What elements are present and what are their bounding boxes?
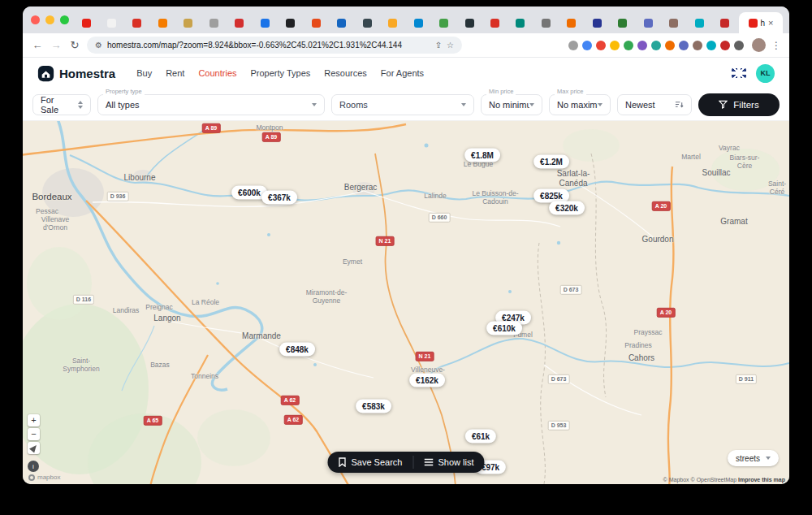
browser-tab[interactable] [665, 12, 683, 33]
minimize-window-button[interactable] [45, 15, 54, 24]
nav-item-for-agents[interactable]: For Agents [381, 68, 424, 78]
browser-tab[interactable] [153, 12, 171, 33]
browser-tab[interactable] [588, 12, 606, 33]
property-type-dropdown[interactable]: Property type All types [97, 94, 325, 115]
browser-tab[interactable] [77, 12, 95, 33]
place-label: Martel [681, 154, 701, 162]
browser-tab[interactable] [716, 12, 734, 33]
browser-tab[interactable] [563, 12, 581, 33]
nav-item-resources[interactable]: Resources [324, 68, 367, 78]
map-canvas[interactable]: BordeauxPessacVillenave d'OrnonLibourneM… [23, 121, 789, 484]
language-flag-icon[interactable] [732, 68, 746, 78]
tab-favicon [235, 19, 244, 28]
extension-icon[interactable] [693, 41, 702, 50]
compass-button[interactable] [28, 442, 40, 454]
rooms-value: Rooms [339, 100, 368, 110]
price-marker[interactable]: €1.8M [464, 149, 500, 162]
price-marker[interactable]: €61k [465, 430, 496, 444]
browser-tab[interactable] [256, 12, 274, 33]
browser-tab[interactable] [231, 12, 248, 33]
browser-tab[interactable] [179, 12, 197, 33]
extension-icon[interactable] [582, 41, 592, 50]
browser-tab[interactable] [512, 12, 529, 33]
share-icon[interactable]: ⇪ [435, 41, 442, 50]
mapbox-logo: mapbox [28, 474, 60, 481]
price-marker[interactable]: €848k [279, 343, 315, 357]
nav-item-buy[interactable]: Buy [136, 68, 152, 78]
show-list-button[interactable]: Show list [413, 452, 484, 473]
min-price-value: No minimum [489, 100, 529, 110]
forward-button[interactable]: → [50, 39, 63, 51]
zoom-window-button[interactable] [60, 15, 69, 24]
min-price-dropdown[interactable]: Min price No minimum [481, 94, 542, 115]
save-search-button[interactable]: Save Search [327, 452, 412, 473]
extension-icon[interactable] [651, 41, 661, 50]
back-button[interactable]: ← [31, 39, 44, 51]
tab-close-icon[interactable]: × [768, 19, 773, 28]
extension-icon[interactable] [610, 41, 620, 50]
extension-icon[interactable] [624, 41, 633, 50]
zoom-in-button[interactable]: + [28, 414, 40, 426]
site-controls-icon[interactable]: ⚙ [95, 41, 102, 50]
browser-tab[interactable] [307, 12, 325, 33]
user-avatar[interactable]: KL [756, 64, 775, 83]
rooms-dropdown[interactable]: Rooms [331, 94, 474, 115]
browser-tab[interactable] [614, 12, 632, 33]
browser-menu-icon[interactable]: ⋮ [771, 40, 781, 51]
map-style-selector[interactable]: streets [728, 450, 779, 466]
nav-item-rent[interactable]: Rent [166, 68, 184, 78]
extension-icon[interactable] [706, 41, 716, 50]
browser-tab[interactable] [282, 12, 300, 33]
price-marker[interactable]: €320k [549, 201, 585, 215]
browser-tab[interactable] [205, 12, 222, 33]
price-marker[interactable]: €162k [409, 374, 445, 387]
attribution-info-icon[interactable]: i [28, 461, 39, 472]
nav-item-property-types[interactable]: Property Types [251, 68, 311, 78]
updown-chevron-icon [78, 101, 83, 109]
browser-tab[interactable] [409, 12, 427, 33]
map-action-bar: Save Search Show list [327, 452, 484, 473]
bookmark-star-icon[interactable]: ☆ [447, 41, 454, 50]
extension-icon[interactable] [596, 41, 606, 50]
extension-icon[interactable] [568, 41, 578, 50]
price-marker[interactable]: €367k [261, 191, 297, 205]
zoom-out-button[interactable]: − [28, 428, 40, 440]
extension-icon[interactable] [665, 41, 675, 50]
browser-tab[interactable] [128, 12, 146, 33]
price-marker[interactable]: €583k [356, 400, 391, 413]
address-bar[interactable]: ⚙ homestra.com/map/?zoom=8.924&bbox=-0.6… [87, 37, 462, 54]
browser-tab[interactable] [460, 12, 478, 33]
place-label: Miramont-de-Guyenne [301, 289, 352, 305]
browser-tab[interactable] [358, 12, 376, 33]
browser-tab[interactable] [690, 12, 708, 33]
browser-tab[interactable] [435, 12, 453, 33]
max-price-dropdown[interactable]: Max price No maximum [549, 94, 611, 115]
sort-dropdown[interactable]: Newest [617, 94, 692, 115]
browser-tab[interactable] [102, 12, 120, 33]
place-label: Gourdon [642, 235, 674, 245]
reload-button[interactable]: ↻ [68, 39, 81, 51]
browser-tab[interactable] [486, 12, 504, 33]
road-shield: N 21 [416, 352, 434, 361]
nav-item-countries[interactable]: Countries [198, 68, 236, 78]
active-tab-title: h [761, 19, 766, 28]
browser-tab[interactable] [537, 12, 555, 33]
extension-icon[interactable] [720, 41, 730, 50]
browser-tab[interactable] [333, 12, 351, 33]
filters-button[interactable]: Filters [698, 93, 780, 116]
browser-tab[interactable] [384, 12, 402, 33]
extension-icon[interactable] [679, 41, 689, 50]
improve-map-link[interactable]: Improve this map [738, 477, 785, 483]
browser-tab[interactable] [639, 12, 657, 33]
homestra-logo[interactable]: Homestra [37, 65, 115, 82]
price-marker[interactable]: €610k [486, 322, 522, 335]
road-shield: A 65 [144, 416, 162, 426]
close-window-button[interactable] [31, 15, 40, 24]
extension-icon[interactable] [637, 41, 647, 50]
road-shield: N 21 [376, 236, 395, 246]
price-marker[interactable]: €1.2M [533, 155, 569, 169]
for-sale-dropdown[interactable]: For Sale [32, 94, 91, 115]
active-tab[interactable]: h × [739, 12, 783, 33]
extension-icon[interactable] [734, 41, 744, 50]
browser-profile-avatar[interactable] [752, 38, 766, 52]
